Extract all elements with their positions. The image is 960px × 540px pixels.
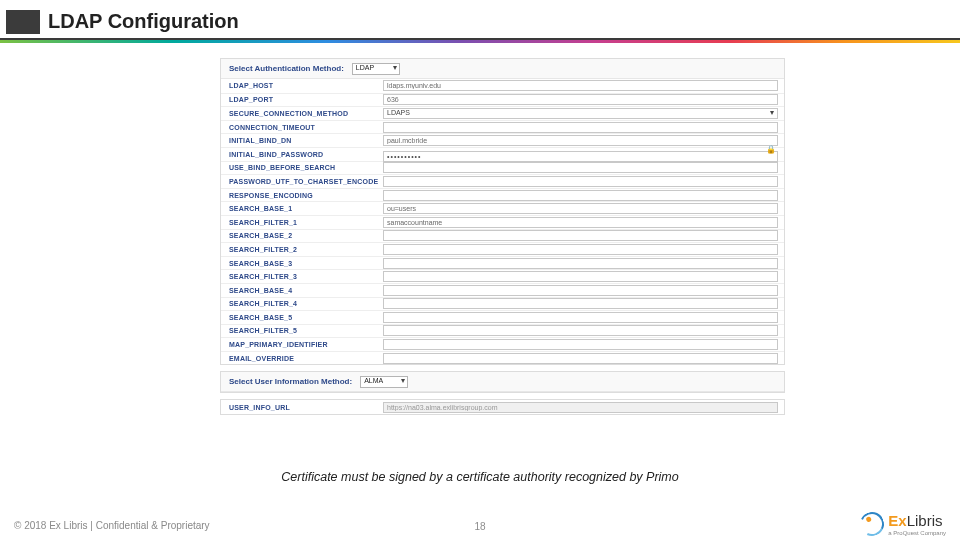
config-row: EMAIL_OVERRIDE bbox=[221, 351, 784, 365]
slide-title: LDAP Configuration bbox=[48, 10, 239, 33]
logo-swirl-icon bbox=[857, 509, 888, 540]
config-row-label: SECURE_CONNECTION_METHOD bbox=[221, 110, 383, 117]
config-row-control bbox=[383, 339, 784, 350]
config-row: INITIAL_BIND_PASSWORD🔒 bbox=[221, 147, 784, 161]
config-text-input[interactable] bbox=[383, 162, 778, 173]
config-text-input[interactable] bbox=[383, 258, 778, 269]
auth-method-section: Select Authentication Method: LDAP LDAP_… bbox=[220, 58, 785, 365]
config-row-label: EMAIL_OVERRIDE bbox=[221, 355, 383, 362]
config-row-label: CONNECTION_TIMEOUT bbox=[221, 124, 383, 131]
logo-suffix: Libris bbox=[907, 512, 943, 529]
config-row-label: SEARCH_FILTER_3 bbox=[221, 273, 383, 280]
config-row: SEARCH_BASE_5 bbox=[221, 310, 784, 324]
config-row-control bbox=[383, 353, 784, 364]
config-row-control bbox=[383, 203, 784, 214]
config-row-label: USER_INFO_URL bbox=[221, 404, 383, 411]
config-text-input[interactable] bbox=[383, 94, 778, 105]
config-row: LDAP_HOST bbox=[221, 79, 784, 93]
header-rainbow-bar bbox=[0, 40, 960, 43]
config-row-label: SEARCH_BASE_4 bbox=[221, 287, 383, 294]
config-row: SEARCH_FILTER_2 bbox=[221, 242, 784, 256]
config-row-label: LDAP_HOST bbox=[221, 82, 383, 89]
config-row-label: RESPONSE_ENCODING bbox=[221, 192, 383, 199]
config-row-label: INITIAL_BIND_DN bbox=[221, 137, 383, 144]
logo-tagline: a ProQuest Company bbox=[888, 530, 946, 536]
config-text-input[interactable] bbox=[383, 217, 778, 228]
slide-footer: © 2018 Ex Libris | Confidential & Propri… bbox=[0, 510, 960, 540]
page-number: 18 bbox=[474, 521, 485, 532]
config-row-control bbox=[383, 325, 784, 336]
config-row-control bbox=[383, 244, 784, 255]
config-panel: Select Authentication Method: LDAP LDAP_… bbox=[220, 58, 785, 458]
config-text-input[interactable] bbox=[383, 271, 778, 282]
user-info-method-select[interactable]: ALMA bbox=[360, 376, 408, 388]
config-row-label: SEARCH_BASE_3 bbox=[221, 260, 383, 267]
config-row: USER_INFO_URL bbox=[221, 400, 784, 414]
config-row-control bbox=[383, 258, 784, 269]
config-row-control: LDAPS bbox=[383, 108, 784, 119]
config-row: SEARCH_FILTER_5 bbox=[221, 324, 784, 338]
header-accent-box bbox=[6, 10, 40, 34]
config-select[interactable]: LDAPS bbox=[383, 108, 778, 119]
config-text-input[interactable] bbox=[383, 190, 778, 201]
config-text-input[interactable] bbox=[383, 203, 778, 214]
config-text-input[interactable] bbox=[383, 353, 778, 364]
config-row: LDAP_PORT bbox=[221, 93, 784, 107]
config-text-input[interactable] bbox=[383, 285, 778, 296]
config-row: SEARCH_BASE_1 bbox=[221, 201, 784, 215]
config-text-input[interactable] bbox=[383, 244, 778, 255]
config-row-control bbox=[383, 217, 784, 228]
copyright-text: © 2018 Ex Libris | Confidential & Propri… bbox=[14, 520, 210, 531]
exlibris-logo: ExLibris a ProQuest Company bbox=[860, 512, 946, 536]
config-text-input[interactable] bbox=[383, 176, 778, 187]
config-row-label: SEARCH_FILTER_1 bbox=[221, 219, 383, 226]
config-row-control bbox=[383, 285, 784, 296]
config-row-control bbox=[383, 80, 784, 91]
auth-method-label: Select Authentication Method: bbox=[229, 64, 344, 73]
config-text-input[interactable] bbox=[383, 312, 778, 323]
user-info-method-label: Select User Information Method: bbox=[229, 377, 352, 386]
config-row-label: SEARCH_FILTER_4 bbox=[221, 300, 383, 307]
config-row: SEARCH_BASE_2 bbox=[221, 229, 784, 243]
config-row: CONNECTION_TIMEOUT bbox=[221, 120, 784, 134]
config-row: RESPONSE_ENCODING bbox=[221, 188, 784, 202]
config-row: SEARCH_BASE_4 bbox=[221, 283, 784, 297]
config-row-control bbox=[383, 122, 784, 133]
config-row-control bbox=[383, 94, 784, 105]
config-row: PASSWORD_UTF_TO_CHARSET_ENCODE bbox=[221, 174, 784, 188]
slide-header: LDAP Configuration bbox=[0, 0, 960, 44]
config-row-label: PASSWORD_UTF_TO_CHARSET_ENCODE bbox=[221, 178, 383, 185]
config-row-control bbox=[383, 312, 784, 323]
logo-text-group: ExLibris a ProQuest Company bbox=[888, 512, 946, 536]
config-row-control bbox=[383, 230, 784, 241]
config-row-control bbox=[383, 298, 784, 309]
config-row: SEARCH_FILTER_3 bbox=[221, 269, 784, 283]
config-text-input[interactable] bbox=[383, 339, 778, 350]
config-row: SECURE_CONNECTION_METHODLDAPS bbox=[221, 106, 784, 120]
config-row-control bbox=[383, 162, 784, 173]
config-row-label: SEARCH_FILTER_2 bbox=[221, 246, 383, 253]
config-row-label: SEARCH_FILTER_5 bbox=[221, 327, 383, 334]
user-info-url-section: USER_INFO_URL bbox=[220, 399, 785, 415]
user-info-url-input[interactable] bbox=[383, 402, 778, 413]
config-text-input[interactable] bbox=[383, 80, 778, 91]
config-row: SEARCH_FILTER_4 bbox=[221, 297, 784, 311]
config-password-input[interactable] bbox=[383, 151, 778, 162]
slide-caption: Certificate must be signed by a certific… bbox=[0, 470, 960, 484]
config-row-control bbox=[383, 176, 784, 187]
config-row-label: MAP_PRIMARY_IDENTIFIER bbox=[221, 341, 383, 348]
auth-method-select[interactable]: LDAP bbox=[352, 63, 400, 75]
config-row: SEARCH_FILTER_1 bbox=[221, 215, 784, 229]
lock-icon: 🔒 bbox=[766, 145, 776, 154]
config-text-input[interactable] bbox=[383, 298, 778, 309]
config-row-label: USE_BIND_BEFORE_SEARCH bbox=[221, 164, 383, 171]
auth-method-header: Select Authentication Method: LDAP bbox=[221, 59, 784, 79]
config-row-label: LDAP_PORT bbox=[221, 96, 383, 103]
user-info-header: Select User Information Method: ALMA bbox=[221, 372, 784, 392]
config-text-input[interactable] bbox=[383, 230, 778, 241]
config-row: SEARCH_BASE_3 bbox=[221, 256, 784, 270]
config-row-control bbox=[383, 271, 784, 282]
config-text-input[interactable] bbox=[383, 325, 778, 336]
config-text-input[interactable] bbox=[383, 122, 778, 133]
logo-prefix: Ex bbox=[888, 512, 906, 529]
